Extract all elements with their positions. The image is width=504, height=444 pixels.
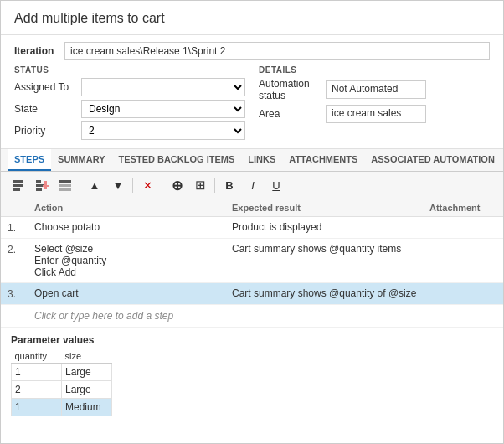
- tab-steps[interactable]: STEPS: [8, 149, 51, 171]
- dialog-header: Add multiple items to cart: [1, 1, 503, 35]
- add-step-button[interactable]: [8, 175, 29, 195]
- tab-automation[interactable]: ASSOCIATED AUTOMATION: [364, 149, 501, 171]
- steps-area: Action Expected result Attachment 1. Cho…: [1, 199, 503, 328]
- step-row-2[interactable]: 2. Select @size Enter @quantity Click Ad…: [1, 239, 503, 283]
- step-expected-1: Product is displayed: [232, 221, 429, 233]
- param-row-1-size: Large: [62, 364, 112, 381]
- param-row-3-size: Medium: [62, 399, 112, 416]
- priority-label: Priority: [14, 125, 81, 137]
- svg-rect-3: [36, 180, 41, 183]
- svg-rect-0: [13, 180, 23, 183]
- step-num-3: 3.: [8, 287, 34, 300]
- step-action-3: Open cart: [34, 287, 232, 299]
- tab-attachments[interactable]: ATTACHMENTS: [282, 149, 364, 171]
- delete-button[interactable]: ✕: [136, 175, 158, 195]
- details-header: DETAILS: [259, 65, 490, 75]
- assigned-to-label: Assigned To: [14, 81, 81, 93]
- iteration-section: Iteration STATUS Assigned To State Desig…: [1, 35, 503, 149]
- svg-rect-5: [36, 188, 42, 191]
- details-column: DETAILS Automation status Not Automated …: [259, 65, 490, 143]
- assigned-to-select[interactable]: [81, 78, 245, 96]
- param-row-1[interactable]: 1 Large: [12, 364, 112, 381]
- bold-button[interactable]: B: [219, 175, 240, 195]
- move-up-button[interactable]: ▲: [84, 175, 105, 195]
- state-label: State: [14, 103, 81, 115]
- toolbar-sep-3: [162, 178, 162, 193]
- steps-header: Action Expected result Attachment: [1, 199, 503, 217]
- tab-summary[interactable]: SUMMARY: [51, 149, 111, 171]
- param-row-3[interactable]: 1 Medium: [12, 399, 112, 416]
- param-row-2-quantity: 2: [12, 381, 62, 399]
- insert-step-button[interactable]: [54, 175, 76, 195]
- step-num-2: 2.: [8, 243, 34, 256]
- iteration-label: Iteration: [14, 45, 64, 57]
- automation-status-label: Automation status: [259, 78, 326, 101]
- svg-rect-9: [59, 184, 71, 187]
- col-attachment: Attachment: [429, 203, 496, 213]
- param-row-2-size: Large: [62, 381, 112, 399]
- status-details-section: STATUS Assigned To State Design Priority…: [14, 65, 490, 143]
- svg-rect-1: [13, 184, 23, 187]
- step-row-1[interactable]: 1. Choose potato Product is displayed: [1, 217, 503, 239]
- svg-rect-7: [43, 185, 49, 187]
- dialog-title: Add multiple items to cart: [14, 11, 490, 26]
- param-col-size: size: [62, 349, 112, 364]
- add-step-hint[interactable]: Click or type here to add a step: [1, 305, 503, 328]
- move-down-button[interactable]: ▼: [107, 175, 129, 195]
- svg-rect-10: [59, 188, 71, 191]
- state-select[interactable]: Design: [81, 100, 245, 118]
- tabs-bar: STEPS SUMMARY TESTED BACKLOG ITEMS LINKS…: [1, 149, 503, 172]
- step-row-3[interactable]: 3. Open cart Cart summary shows @quantit…: [1, 283, 503, 305]
- col-action: Action: [34, 203, 232, 213]
- underline-button[interactable]: U: [265, 175, 287, 195]
- parameter-button[interactable]: ⊕: [166, 175, 188, 195]
- tab-tested-backlog[interactable]: TESTED BACKLOG ITEMS: [112, 149, 242, 171]
- status-header: STATUS: [14, 65, 245, 75]
- param-row-2[interactable]: 2 Large: [12, 381, 112, 399]
- priority-select[interactable]: 2: [81, 121, 245, 140]
- insert-shared-button[interactable]: ⊞: [189, 175, 211, 195]
- area-value: ice cream sales: [326, 105, 426, 123]
- status-column: STATUS Assigned To State Design Priority…: [14, 65, 245, 143]
- step-action-1: Choose potato: [34, 221, 232, 233]
- parameter-values-section: Parameter values quantity size 1 Large 2…: [1, 328, 503, 423]
- iteration-input[interactable]: [64, 42, 490, 60]
- toolbar-sep-1: [80, 178, 80, 193]
- italic-button[interactable]: I: [242, 175, 264, 195]
- toolbar-sep-4: [214, 178, 215, 193]
- tab-links[interactable]: LINKS: [241, 149, 282, 171]
- svg-rect-8: [59, 180, 71, 183]
- step-num-1: 1.: [8, 221, 34, 234]
- col-expected: Expected result: [232, 203, 429, 213]
- param-title: Parameter values: [11, 334, 493, 346]
- param-table: quantity size 1 Large 2 Large 1 Medium: [11, 349, 112, 416]
- toolbar-sep-2: [132, 178, 133, 193]
- step-expected-2: Cart summary shows @quantity items: [232, 243, 429, 255]
- col-num: [8, 203, 34, 213]
- param-col-quantity: quantity: [12, 349, 62, 364]
- step-action-2: Select @size Enter @quantity Click Add: [34, 243, 232, 278]
- param-row-1-quantity: 1: [12, 364, 62, 381]
- param-row-3-quantity: 1: [12, 399, 62, 416]
- step-expected-3: Cart summary shows @quantity of @size: [232, 287, 429, 299]
- area-label: Area: [259, 108, 326, 120]
- svg-rect-2: [13, 188, 20, 191]
- add-action-button[interactable]: [31, 175, 53, 195]
- automation-status-value: Not Automated: [326, 80, 426, 99]
- steps-toolbar: ▲ ▼ ✕ ⊕ ⊞ B I U: [1, 172, 503, 199]
